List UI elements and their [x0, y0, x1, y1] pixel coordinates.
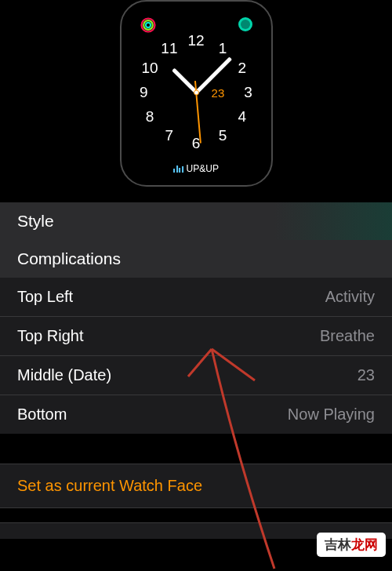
row-value: Breathe: [320, 327, 375, 345]
clock-12: 12: [187, 32, 204, 49]
row-bottom[interactable]: Bottom Now Playing: [0, 395, 392, 434]
clock-4: 4: [238, 108, 247, 125]
section-complications-label: Complications: [17, 249, 121, 267]
watermark-text-2: 龙网: [351, 537, 378, 552]
watermark: 吉林龙网: [317, 533, 386, 557]
set-watch-face-label: Set as current Watch Face: [17, 477, 202, 494]
section-complications: Complications: [0, 240, 392, 278]
audio-bars-icon: [173, 165, 183, 173]
row-middle-date[interactable]: Middle (Date) 23: [0, 356, 392, 395]
clock-10: 10: [142, 60, 158, 77]
clock-8: 8: [146, 108, 154, 125]
row-value: Now Playing: [288, 406, 375, 424]
breathe-icon: [238, 17, 252, 31]
complications-list: Top Left Activity Top Right Breathe Midd…: [0, 278, 392, 434]
row-label: Bottom: [17, 406, 67, 424]
clock-2: 2: [238, 60, 247, 77]
clock-center: [194, 89, 199, 95]
watermark-text-1: 吉林: [325, 537, 351, 552]
clock-5: 5: [219, 127, 227, 144]
row-value: 23: [358, 366, 375, 384]
date-complication: 23: [212, 85, 225, 99]
row-label: Middle (Date): [17, 366, 111, 384]
watch-face-preview[interactable]: 12 1 2 3 4 5 6 7 8 9 10 11 23 UP&UP: [0, 0, 392, 202]
section-style-label: Style: [17, 212, 54, 230]
set-watch-face-button[interactable]: Set as current Watch Face: [0, 464, 392, 508]
clock-1: 1: [219, 40, 227, 57]
clock-11: 11: [161, 40, 177, 57]
svg-point-2: [145, 23, 150, 27]
now-playing-label: UP&UP: [187, 163, 219, 174]
row-label: Top Left: [17, 288, 73, 306]
row-value: Activity: [325, 288, 375, 306]
clock-face: 12 1 2 3 4 5 6 7 8 9 10 11 23: [136, 31, 257, 153]
section-style[interactable]: Style: [0, 202, 392, 240]
watch-frame: 12 1 2 3 4 5 6 7 8 9 10 11 23 UP&UP: [120, 0, 273, 187]
now-playing-complication: UP&UP: [173, 163, 219, 174]
clock-9: 9: [140, 84, 148, 101]
row-label: Top Right: [17, 327, 84, 345]
clock-3: 3: [244, 84, 252, 101]
row-top-left[interactable]: Top Left Activity: [0, 278, 392, 317]
row-top-right[interactable]: Top Right Breathe: [0, 317, 392, 356]
clock-6: 6: [192, 135, 201, 152]
clock-7: 7: [165, 127, 174, 144]
